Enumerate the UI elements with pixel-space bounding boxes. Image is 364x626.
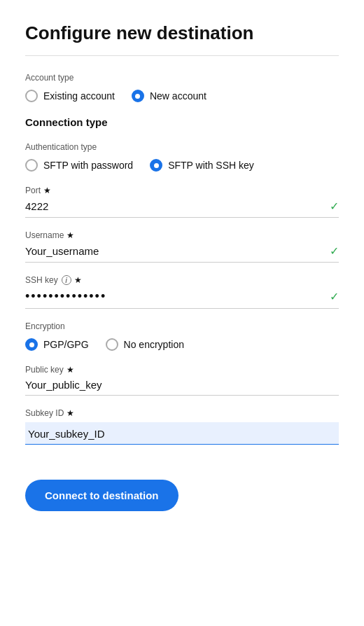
username-input-row: ✓ [25, 244, 339, 263]
existing-account-label: Existing account [43, 90, 115, 102]
connect-button[interactable]: Connect to destination [25, 480, 178, 511]
ssh-key-section: SSH key i ★ ✓ [25, 275, 339, 309]
authentication-type-section: Authentication type SFTP with password S… [25, 142, 339, 172]
subkey-id-section: Subkey ID ★ [25, 408, 339, 445]
authentication-type-radio-group: SFTP with password SFTP with SSH key [25, 159, 339, 172]
port-required-star: ★ [43, 186, 51, 195]
sftp-password-label: SFTP with password [43, 160, 133, 171]
encryption-label: Encryption [25, 321, 339, 331]
account-type-label: Account type [25, 73, 339, 83]
public-key-input-row [25, 379, 339, 396]
existing-account-radio[interactable] [25, 90, 38, 102]
subkey-id-label: Subkey ID ★ [25, 408, 339, 418]
subkey-id-input[interactable] [28, 428, 336, 440]
pgp-gpg-label: PGP/GPG [43, 339, 89, 350]
new-account-radio[interactable] [132, 90, 144, 102]
ssh-key-input[interactable] [25, 289, 324, 304]
authentication-type-label: Authentication type [25, 142, 339, 152]
username-section: Username ★ ✓ [25, 230, 339, 263]
account-type-section: Account type Existing account New accoun… [25, 73, 339, 102]
pgp-gpg-radio[interactable] [25, 338, 38, 351]
no-encryption-option[interactable]: No encryption [106, 338, 184, 351]
no-encryption-label: No encryption [124, 339, 184, 350]
page-title: Configure new destination [25, 22, 339, 44]
port-label: Port ★ [25, 186, 339, 195]
ssh-key-label: SSH key i ★ [25, 275, 339, 285]
ssh-key-check-icon: ✓ [330, 290, 339, 303]
subkey-id-input-row [25, 422, 339, 445]
username-label: Username ★ [25, 230, 339, 240]
port-section: Port ★ ✓ [25, 186, 339, 218]
port-input[interactable] [25, 200, 324, 212]
sftp-ssh-option[interactable]: SFTP with SSH key [150, 159, 254, 172]
public-key-section: Public key ★ [25, 365, 339, 396]
ssh-key-info-icon[interactable]: i [62, 275, 71, 285]
divider [25, 55, 339, 56]
subkey-id-required-star: ★ [66, 408, 74, 418]
new-account-option[interactable]: New account [132, 90, 206, 102]
pgp-gpg-option[interactable]: PGP/GPG [25, 338, 89, 351]
encryption-section: Encryption PGP/GPG No encryption [25, 321, 339, 351]
ssh-key-input-row: ✓ [25, 289, 339, 309]
sftp-password-option[interactable]: SFTP with password [25, 159, 133, 172]
new-account-label: New account [150, 90, 206, 102]
public-key-required-star: ★ [66, 365, 74, 375]
existing-account-option[interactable]: Existing account [25, 90, 115, 102]
connection-type-heading: Connection type [25, 116, 339, 128]
ssh-key-required-star: ★ [74, 275, 82, 285]
configure-destination-card: Configure new destination Account type E… [0, 0, 364, 626]
username-check-icon: ✓ [330, 244, 339, 258]
connection-type-section: Connection type [25, 116, 339, 128]
no-encryption-radio[interactable] [106, 338, 118, 351]
sftp-ssh-radio[interactable] [150, 159, 162, 172]
username-required-star: ★ [66, 230, 74, 240]
port-input-row: ✓ [25, 200, 339, 218]
username-input[interactable] [25, 245, 324, 257]
sftp-ssh-label: SFTP with SSH key [168, 160, 254, 171]
public-key-label: Public key ★ [25, 365, 339, 375]
account-type-radio-group: Existing account New account [25, 90, 339, 102]
sftp-password-radio[interactable] [25, 159, 38, 172]
port-check-icon: ✓ [330, 200, 339, 213]
connect-button-container: Connect to destination [25, 457, 339, 511]
public-key-input[interactable] [25, 379, 339, 391]
encryption-radio-group: PGP/GPG No encryption [25, 338, 339, 351]
